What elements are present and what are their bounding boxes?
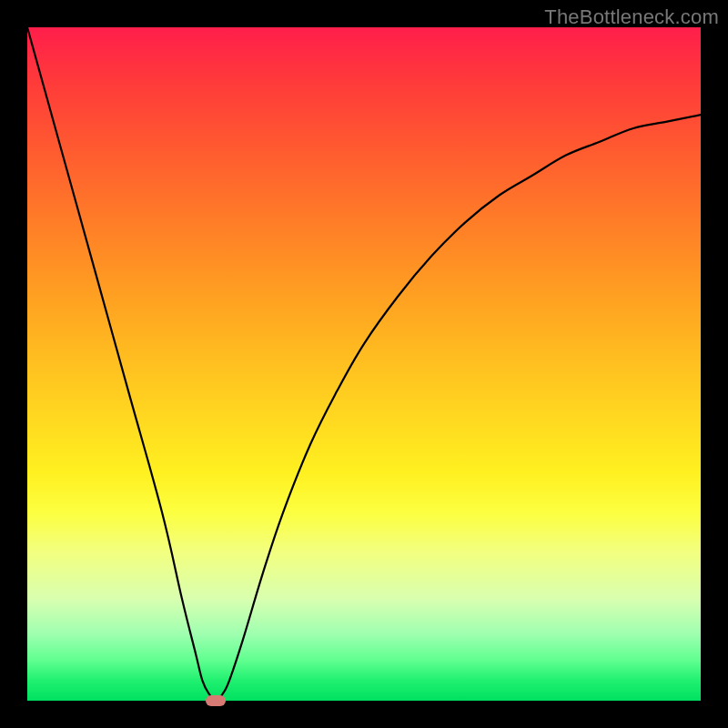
minimum-marker: [206, 695, 226, 706]
curve-svg: [27, 27, 701, 701]
plot-area: [27, 27, 701, 701]
chart-frame: TheBottleneck.com: [0, 0, 728, 728]
bottleneck-curve: [27, 27, 701, 701]
watermark-text: TheBottleneck.com: [544, 5, 719, 29]
